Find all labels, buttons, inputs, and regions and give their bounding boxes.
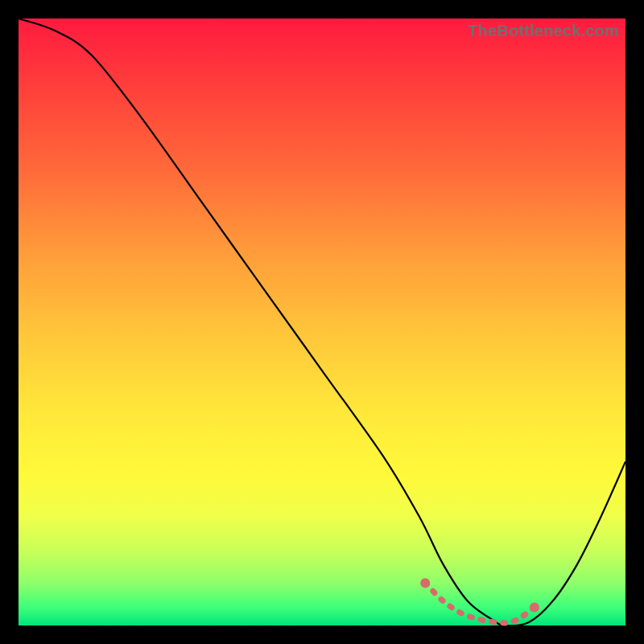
svg-point-1 [530, 602, 539, 612]
chart-area: TheBottleneck.com [19, 19, 625, 625]
bottleneck-curve [19, 19, 625, 625]
svg-point-0 [420, 578, 430, 588]
